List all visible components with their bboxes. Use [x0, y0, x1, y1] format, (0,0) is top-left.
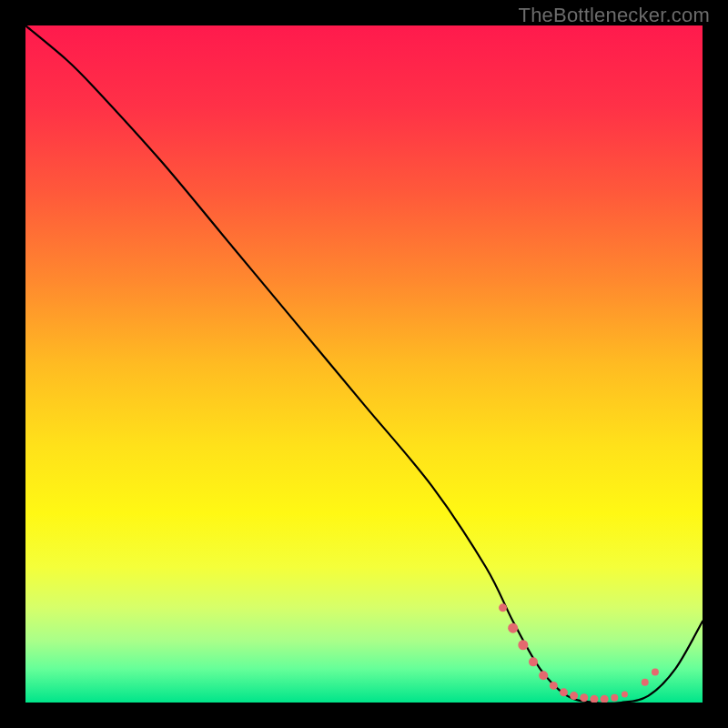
highlight-marker	[499, 603, 507, 612]
highlight-marker	[622, 692, 628, 698]
highlight-marker	[529, 657, 538, 666]
chart-svg	[25, 25, 703, 703]
highlight-marker	[539, 671, 548, 680]
highlight-marker	[508, 623, 518, 633]
watermark-text: TheBottlenecker.com	[519, 4, 710, 27]
highlight-marker	[652, 669, 659, 676]
highlight-marker	[518, 640, 528, 650]
highlight-marker	[642, 679, 649, 686]
highlight-marker	[611, 694, 618, 702]
chart-background	[25, 25, 703, 703]
highlight-marker	[570, 692, 578, 700]
highlight-marker	[550, 682, 558, 690]
chart-plot-area	[25, 25, 703, 703]
highlight-marker	[580, 693, 588, 702]
chart-frame: { "watermark": "TheBottlenecker.com", "g…	[0, 0, 728, 728]
highlight-marker	[560, 688, 568, 696]
